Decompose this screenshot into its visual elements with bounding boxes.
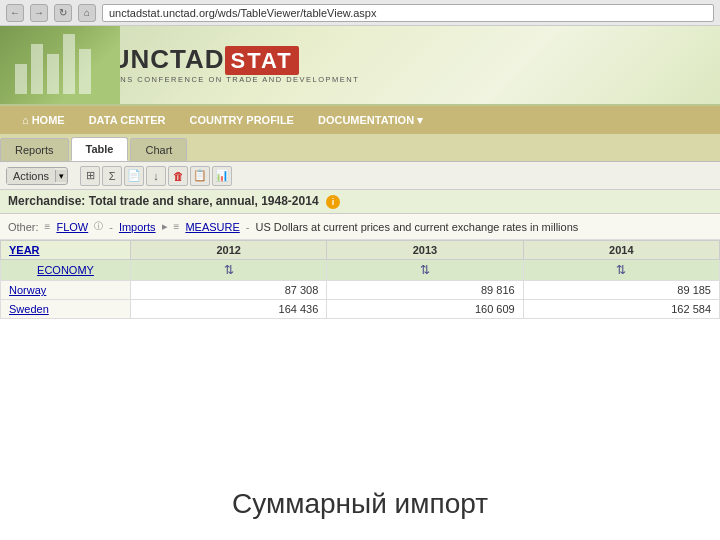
header-bg-decoration [0,26,120,104]
browser-chrome: ← → ↻ ⌂ unctadstat.unctad.org/wds/TableV… [0,0,720,26]
measure-filter-value: US Dollars at current prices and current… [255,221,578,233]
nav-data-center-label: DATA CENTER [89,114,166,126]
flow-filter-value[interactable]: Imports [119,221,156,233]
chart-bars-decoration [0,26,120,104]
table-row: Norway 87 308 89 816 89 185 [1,281,720,300]
data-table: YEAR 2012 2013 2014 ECONOMY ⇅ ⇅ ⇅ Norway… [0,240,720,319]
row-norway-2012: 87 308 [131,281,327,300]
filter-arrow: ▸ [162,220,168,233]
toolbar-chart-icon[interactable]: 📊 [212,166,232,186]
filter-icon-small: ⓘ [94,220,103,233]
bar-3 [47,54,59,94]
logo-stat: STAT [225,46,299,75]
col-2014-header[interactable]: 2014 [523,241,719,260]
table-row: Sweden 164 436 160 609 162 584 [1,300,720,319]
row-sweden-label[interactable]: Sweden [1,300,131,319]
table-title-bar: Merchandise: Total trade and share, annu… [0,190,720,214]
economy-label[interactable]: ECONOMY [1,260,131,281]
toolbar-clipboard-icon[interactable]: 📋 [190,166,210,186]
nav-country-profile-label: COUNTRY PROFILE [189,114,294,126]
toolbar-table-icon[interactable]: ⊞ [80,166,100,186]
row-norway-2014: 89 185 [523,281,719,300]
url-bar[interactable]: unctadstat.unctad.org/wds/TableViewer/ta… [102,4,714,22]
toolbar-delete-icon[interactable]: 🗑 [168,166,188,186]
row-sweden-2013: 160 609 [327,300,523,319]
table-title-text: Merchandise: Total trade and share, annu… [8,194,319,208]
nav-country-profile[interactable]: COUNTRY PROFILE [177,109,306,131]
col-2012-header[interactable]: 2012 [131,241,327,260]
toolbar-icon-group: ⊞ Σ 📄 ↓ 🗑 📋 📊 [80,166,232,186]
nav-home[interactable]: ⌂ HOME [10,109,77,131]
refresh-button[interactable]: ↻ [54,4,72,22]
logo-unctad: UNCTAD [111,44,225,74]
sort-icon-2013: ⇅ [420,263,430,277]
tab-chart[interactable]: Chart [130,138,187,161]
measure-filter-label[interactable]: MEASURE [185,221,239,233]
nav-home-label: HOME [32,114,65,126]
site-header: UNCTADSTAT UNITED NATIONS CONFERENCE ON … [0,26,720,106]
sort-row: ECONOMY ⇅ ⇅ ⇅ [1,260,720,281]
nav-data-center[interactable]: DATA CENTER [77,109,178,131]
tabs-container: Reports Table Chart [0,134,720,162]
toolbar-copy-icon[interactable]: 📄 [124,166,144,186]
row-sweden-2012: 164 436 [131,300,327,319]
nav-documentation-label: DOCUMENTATION ▾ [318,114,423,127]
flow-filter-icon: ≡ [45,221,51,232]
toolbar-sigma-icon[interactable]: Σ [102,166,122,186]
home-button[interactable]: ⌂ [78,4,96,22]
logo: UNCTADSTAT [111,46,299,72]
filter-bar: Other: ≡ FLOW ⓘ - Imports ▸ ≡ MEASURE - … [0,214,720,240]
row-sweden-2014: 162 584 [523,300,719,319]
bar-5 [79,49,91,94]
bar-2 [31,44,43,94]
back-button[interactable]: ← [6,4,24,22]
sort-2013[interactable]: ⇅ [327,260,523,281]
bottom-caption: Суммарный импорт [0,488,720,520]
filter-dash: - [109,221,113,233]
row-norway-label[interactable]: Norway [1,281,131,300]
data-table-container: YEAR 2012 2013 2014 ECONOMY ⇅ ⇅ ⇅ Norway… [0,240,720,319]
bar-4 [63,34,75,94]
sort-icon-2012: ⇅ [224,263,234,277]
other-label: Other: [8,221,39,233]
forward-button[interactable]: → [30,4,48,22]
col-2013-header[interactable]: 2013 [327,241,523,260]
sort-2012[interactable]: ⇅ [131,260,327,281]
actions-button-group[interactable]: Actions ▾ [6,167,68,185]
tab-reports[interactable]: Reports [0,138,69,161]
nav-bar: ⌂ HOME DATA CENTER COUNTRY PROFILE DOCUM… [0,106,720,134]
actions-button[interactable]: Actions [7,168,55,184]
toolbar: Actions ▾ ⊞ Σ 📄 ↓ 🗑 📋 📊 [0,162,720,190]
flow-filter-label[interactable]: FLOW [56,221,88,233]
info-icon[interactable]: i [326,195,340,209]
toolbar-download-icon[interactable]: ↓ [146,166,166,186]
home-icon: ⌂ [22,114,29,126]
sort-icon-2014: ⇅ [616,263,626,277]
sort-2014[interactable]: ⇅ [523,260,719,281]
col-year-header[interactable]: YEAR [1,241,131,260]
actions-dropdown-arrow[interactable]: ▾ [55,170,67,182]
row-norway-2013: 89 816 [327,281,523,300]
bar-1 [15,64,27,94]
measure-filter-icon: ≡ [174,221,180,232]
tab-table[interactable]: Table [71,137,129,161]
filter-dash2: - [246,221,250,233]
nav-documentation[interactable]: DOCUMENTATION ▾ [306,109,435,132]
